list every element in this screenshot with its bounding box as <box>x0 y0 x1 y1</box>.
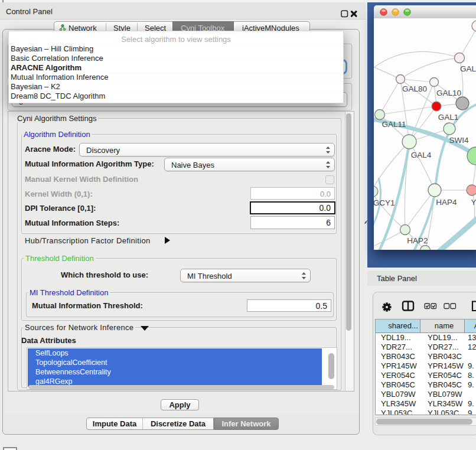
svg-text:GAL80: GAL80 <box>402 84 427 93</box>
svg-text:GAL11: GAL11 <box>382 120 406 129</box>
svg-text:Y: Y <box>471 198 476 207</box>
svg-text:GAL7: GAL7 <box>460 64 476 73</box>
svg-text:GCY1: GCY1 <box>374 198 395 207</box>
svg-text:SWI4: SWI4 <box>449 136 468 145</box>
svg-text:GAL10: GAL10 <box>436 89 461 97</box>
svg-text:HAP4: HAP4 <box>436 198 457 207</box>
svg-text:GAL1: GAL1 <box>438 113 459 122</box>
svg-text:HAP2: HAP2 <box>407 236 428 245</box>
svg-text:GAL4: GAL4 <box>411 151 432 159</box>
